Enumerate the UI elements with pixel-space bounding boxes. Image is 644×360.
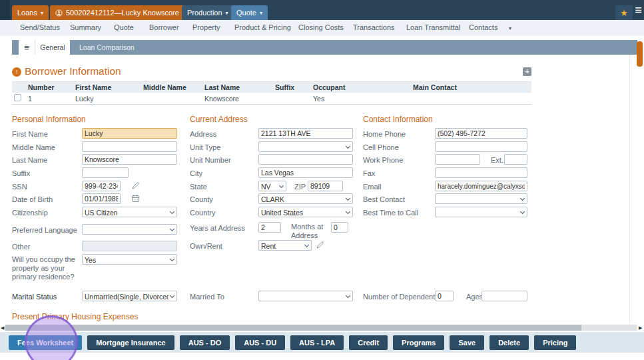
state-select[interactable]: NV <box>258 181 286 191</box>
caret-down-icon: ▾ <box>226 10 228 17</box>
menu-item-closing-costs[interactable]: Closing Costs <box>298 23 344 31</box>
menu-item-send-status[interactable]: Send/Status <box>20 23 60 31</box>
pricing-button[interactable]: Pricing <box>534 335 576 350</box>
suffix-input[interactable] <box>82 167 129 178</box>
column-header-number: Number <box>28 83 75 91</box>
menu-item-product-pricing[interactable]: Product & Pricing <box>234 23 291 31</box>
row-checkbox[interactable] <box>14 94 21 101</box>
dependents-input[interactable] <box>435 291 454 301</box>
save-button[interactable]: Save <box>450 335 484 350</box>
active-loan-tab[interactable]: 500202412112—Lucky Knowscore ✕ ▾ <box>50 5 200 20</box>
cell-phone-input[interactable] <box>435 141 527 152</box>
credit-button[interactable]: Credit <box>349 335 388 350</box>
county-select[interactable]: CLARK <box>258 193 353 204</box>
zip-input[interactable] <box>308 181 343 191</box>
fees-worksheet-button[interactable]: Fees Worksheet <box>9 335 82 350</box>
home-phone-input[interactable] <box>435 128 527 139</box>
list-view-icon: ≡ <box>24 43 29 53</box>
vertical-scrollbar-thumb[interactable] <box>637 41 643 67</box>
menu-item-property[interactable]: Property <box>192 23 220 31</box>
ssn-input[interactable] <box>82 181 121 191</box>
calendar-icon[interactable] <box>131 194 140 203</box>
middle-name-label: Middle Name <box>12 143 55 152</box>
occupy-property-label: Will you occupy the property as your pri… <box>12 255 81 281</box>
occupy-property-select[interactable]: Yes <box>82 254 177 265</box>
menu-item-transactions[interactable]: Transactions <box>353 23 395 31</box>
horizontal-scrollbar-thumb[interactable] <box>5 325 581 331</box>
months-at-address-label: Months at Address <box>291 223 330 240</box>
menu-overflow-caret-icon[interactable]: ▾ <box>509 25 511 31</box>
menu-item-loan-transmittal[interactable]: Loan Transmittal <box>406 23 460 31</box>
first-name-input[interactable] <box>82 128 177 139</box>
form-tab-strip: ≡ General Loan Comparison <box>12 40 637 55</box>
marital-status-label: Marital Status <box>12 293 57 301</box>
middle-name-input[interactable] <box>82 141 177 152</box>
collapse-section-button[interactable]: ↑ <box>12 67 21 77</box>
quote-menu-tab[interactable]: Quote ▾ <box>231 5 268 20</box>
ages-input[interactable] <box>482 291 527 301</box>
citizenship-select[interactable]: US Citizen <box>82 207 177 217</box>
best-time-to-call-label: Best Time to Call <box>363 209 418 217</box>
date-of-birth-label: Date of Birth <box>12 195 53 204</box>
hamburger-menu-button[interactable]: ≡ <box>633 2 644 18</box>
aus-du-button[interactable]: AUS - DU <box>235 335 285 350</box>
last-name-input[interactable] <box>82 154 177 165</box>
months-at-address-input[interactable] <box>331 222 348 233</box>
select-caret-icon <box>170 227 174 231</box>
unit-type-select[interactable] <box>258 141 353 152</box>
scroll-left-arrow-icon[interactable]: ◀ <box>1 325 4 331</box>
preferred-language-select[interactable] <box>82 224 177 235</box>
table-row[interactable]: 1 Lucky Knowscore Yes <box>12 93 531 105</box>
country-select[interactable]: United States <box>258 207 353 217</box>
loans-menu-label: Loans <box>17 9 37 17</box>
suffix-label: Suffix <box>12 169 30 178</box>
ssn-copy-icon[interactable] <box>131 181 140 190</box>
unit-type-label: Unit Type <box>190 143 220 152</box>
tab-loan-comparison[interactable]: Loan Comparison <box>71 40 143 55</box>
best-time-to-call-select[interactable] <box>435 207 527 217</box>
own-rent-select[interactable]: Rent <box>258 240 312 251</box>
fax-input[interactable] <box>435 167 527 178</box>
unit-number-input[interactable] <box>258 154 353 165</box>
marital-status-select[interactable]: Unmarried(Single, Divorced, W... <box>82 291 177 301</box>
delete-button[interactable]: Delete <box>489 335 529 350</box>
page-title: Borrower Information <box>25 65 121 77</box>
married-to-label: Married To <box>190 293 224 301</box>
other-language-label: Other <box>12 243 31 251</box>
aus-do-button[interactable]: AUS - DO <box>180 335 230 350</box>
email-label: Email <box>363 183 382 191</box>
contact-info-section-title: Contact Information <box>363 115 433 124</box>
add-borrower-button[interactable]: + <box>523 67 531 76</box>
select-caret-icon <box>346 293 350 298</box>
aus-lpa-button[interactable]: AUS - LPA <box>290 335 344 350</box>
address-input[interactable] <box>258 128 353 139</box>
loans-menu-tab[interactable]: Loans ▾ <box>12 5 49 20</box>
best-contact-select[interactable] <box>435 193 527 204</box>
menu-item-contacts[interactable]: Contacts <box>469 23 497 31</box>
tab-list-button[interactable]: ≡ <box>19 40 35 55</box>
email-input[interactable] <box>435 181 527 191</box>
application-window: Loans ▾ 500202412112—Lucky Knowscore ✕ ▾… <box>0 0 644 360</box>
menu-item-summary[interactable]: Summary <box>70 23 101 31</box>
programs-button[interactable]: Programs <box>393 335 444 350</box>
date-of-birth-input[interactable] <box>82 193 121 204</box>
scroll-right-arrow-icon[interactable]: ▶ <box>639 325 642 331</box>
menu-item-quote[interactable]: Quote <box>114 23 134 31</box>
own-rent-label: Own/Rent <box>190 242 222 251</box>
cell-number: 1 <box>28 95 75 103</box>
production-menu-tab[interactable]: Production ▾ <box>182 5 234 20</box>
menu-item-borrower[interactable]: Borrower <box>149 23 179 31</box>
ext-input[interactable] <box>504 154 527 165</box>
years-at-address-input[interactable] <box>258 222 281 233</box>
select-caret-icon <box>170 293 174 298</box>
mortgage-insurance-button[interactable]: Mortgage Insurance <box>87 335 174 350</box>
quote-submenu-bar: Send/Status Summary Quote Borrower Prope… <box>0 20 644 35</box>
favorites-button[interactable]: ★ <box>615 5 633 20</box>
city-input[interactable] <box>258 167 353 178</box>
own-rent-copy-icon[interactable] <box>316 241 324 249</box>
column-header-occupant: Occupant <box>313 83 413 91</box>
quote-menu-label: Quote <box>236 9 256 17</box>
work-phone-input[interactable] <box>435 154 480 165</box>
tab-general[interactable]: General <box>35 40 70 55</box>
married-to-select[interactable] <box>258 291 353 301</box>
